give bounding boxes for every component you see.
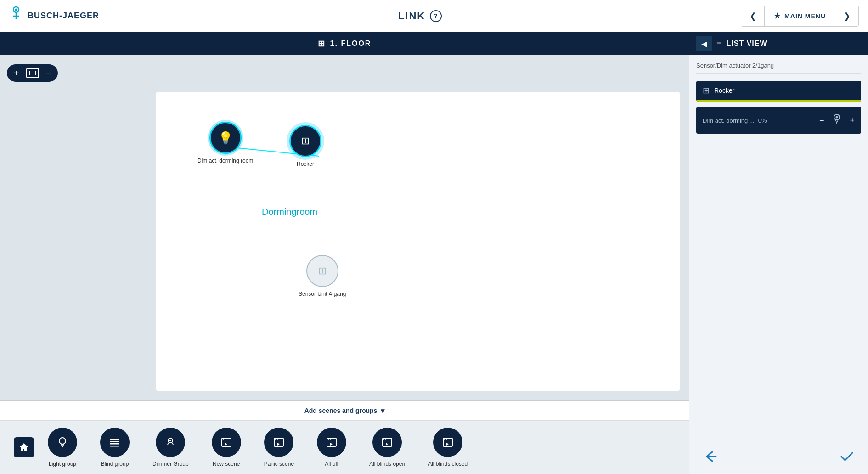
sensor-node[interactable]: ⊞ Sensor Unit 4-gang [299, 255, 346, 297]
list-view-subtitle: Sensor/Dim actuator 2/1gang [696, 62, 861, 74]
app-title: LINK [398, 10, 425, 22]
svg-rect-8 [110, 441, 119, 442]
svg-point-15 [225, 439, 225, 440]
nav-prev-button[interactable]: ❮ [741, 6, 764, 26]
dim-increase-button[interactable]: + [850, 116, 855, 125]
zoom-controls: + − [7, 64, 58, 82]
dim-light-icon [831, 113, 842, 128]
all-blinds-closed-icon [433, 428, 462, 457]
all-blinds-open-icon [372, 428, 402, 457]
bulb-icon: 💡 [218, 131, 233, 145]
right-panel: ◀ ≡ LIST VIEW Sensor/Dim actuator 2/1gan… [689, 32, 868, 474]
nav-next-button[interactable]: ❯ [835, 6, 858, 26]
blind-group-label: Blind group [101, 461, 129, 467]
back-button[interactable] [703, 450, 718, 466]
bottom-items-list: Light group Blind group [48, 428, 468, 467]
svg-point-20 [328, 439, 329, 440]
room-label: Dormingroom [262, 207, 317, 217]
new-scene-icon [212, 428, 241, 457]
rocker-card-top: ⊞ Rocker [696, 81, 861, 102]
bottom-item-all-off[interactable]: All off [317, 428, 346, 467]
logo-icon [9, 6, 23, 26]
dimmer-group-icon [156, 428, 185, 457]
canvas-wrapper: + − 💡 Dim act. dorming room [0, 55, 689, 400]
bottom-icons-row: Light group Blind group [0, 421, 689, 474]
svg-point-29 [836, 116, 838, 118]
dim-act-circle: 💡 [209, 122, 242, 154]
zoom-fit-button[interactable] [26, 68, 39, 78]
dim-act-list-card[interactable]: Dim act. dorming ... 0% − [696, 107, 861, 134]
chevron-down-icon: ▾ [381, 406, 384, 415]
panic-scene-icon [264, 428, 293, 457]
add-scenes-bar[interactable]: Add scenes and groups ▾ [0, 401, 689, 421]
main-menu-button[interactable]: ★ MAIN MENU [764, 6, 835, 26]
rocker-node[interactable]: ⊞ Rocker [289, 125, 321, 167]
all-off-label: All off [325, 461, 338, 467]
header: BUSCH-JAEGER LINK ? ❮ ★ MAIN MENU ❯ [0, 0, 868, 32]
bottom-item-all-blinds-open[interactable]: All blinds open [369, 428, 405, 467]
confirm-button[interactable] [840, 450, 854, 466]
bottom-item-blind-group[interactable]: Blind group [100, 428, 130, 467]
panic-scene-label: Panic scene [264, 461, 294, 467]
star-icon: ★ [774, 11, 781, 20]
zoom-in-button[interactable]: + [14, 68, 19, 78]
svg-point-5 [59, 438, 66, 444]
all-blinds-closed-label: All blinds closed [428, 461, 468, 467]
bottom-item-new-scene[interactable]: New scene [212, 428, 241, 467]
logo-text: BUSCH-JAEGER [28, 11, 99, 21]
svg-point-18 [277, 439, 278, 440]
dim-act-controls: − + [819, 113, 855, 128]
zoom-out-button[interactable]: − [46, 68, 51, 78]
new-scene-label: New scene [213, 461, 240, 467]
svg-rect-7 [110, 439, 119, 440]
light-group-label: Light group [49, 461, 76, 467]
list-view-title: LIST VIEW [727, 40, 767, 48]
svg-rect-9 [110, 443, 119, 445]
rocker-card-label: Rocker [714, 87, 734, 94]
list-view-icon: ≡ [716, 39, 722, 49]
list-view-content: Sensor/Dim actuator 2/1gang ⊞ Rocker Dim… [689, 55, 868, 442]
rocker-icon: ⊞ [301, 135, 310, 147]
all-off-icon [317, 428, 346, 457]
rocker-card-icon: ⊞ [703, 85, 710, 96]
header-nav: ❮ ★ MAIN MENU ❯ [741, 6, 859, 27]
sensor-circle: ⊞ [306, 255, 338, 287]
floor-canvas: 💡 Dim act. dorming room ⊞ Rocker Dorming… [156, 92, 680, 391]
zoom-fit-icon [29, 71, 36, 75]
main-container: ⊞ 1. FLOOR + − 💡 [0, 32, 868, 474]
blind-group-icon [100, 428, 130, 457]
svg-point-17 [275, 439, 276, 440]
rocker-list-card[interactable]: ⊞ Rocker [696, 81, 861, 102]
sensor-icon: ⊞ [318, 265, 327, 277]
bottom-bar: Add scenes and groups ▾ [0, 400, 689, 474]
all-blinds-open-label: All blinds open [369, 461, 405, 467]
main-menu-label: MAIN MENU [784, 12, 826, 20]
svg-point-21 [330, 439, 331, 440]
svg-point-26 [444, 439, 445, 440]
bottom-item-panic-scene[interactable]: Panic scene [264, 428, 294, 467]
floor-icon: ⊞ [318, 39, 326, 49]
bottom-item-all-blinds-closed[interactable]: All blinds closed [428, 428, 468, 467]
rocker-circle: ⊞ [289, 125, 321, 157]
dimmer-group-label: Dimmer Group [152, 461, 189, 467]
floor-title: 1. FLOOR [330, 40, 372, 48]
collapse-button[interactable]: ◀ [696, 36, 712, 51]
help-button[interactable]: ? [430, 10, 442, 22]
header-center: LINK ? [398, 10, 442, 22]
dim-act-node[interactable]: 💡 Dim act. dorming room [197, 122, 253, 164]
svg-point-3 [15, 9, 17, 11]
svg-rect-10 [110, 446, 119, 447]
svg-point-14 [223, 439, 224, 440]
bottom-item-dimmer-group[interactable]: Dimmer Group [152, 428, 189, 467]
right-panel-footer [689, 442, 868, 474]
dim-act-label: Dim act. dorming room [197, 158, 253, 164]
list-view-header: ◀ ≡ LIST VIEW [689, 32, 868, 55]
add-scenes-label: Add scenes and groups [304, 407, 378, 414]
svg-point-27 [446, 439, 447, 440]
dim-decrease-button[interactable]: − [819, 116, 824, 125]
light-group-icon [48, 428, 77, 457]
home-button[interactable] [14, 437, 34, 457]
svg-point-23 [383, 439, 384, 440]
bottom-item-light-group[interactable]: Light group [48, 428, 77, 467]
floor-header: ⊞ 1. FLOOR [0, 32, 689, 55]
